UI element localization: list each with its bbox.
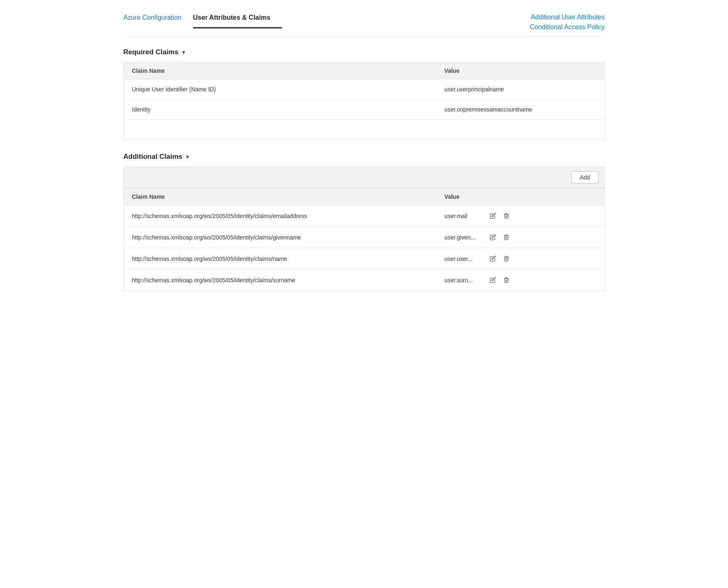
- additional-claim-value-cell: user.mail: [436, 205, 605, 227]
- nav-right-links: Additional User Attributes Conditional A…: [518, 8, 605, 36]
- edit-claim-button[interactable]: [488, 255, 498, 263]
- required-claims-row: Unique User Identifier (Name ID) user.us…: [123, 79, 605, 100]
- additional-claim-value-cell: user.surn...: [436, 270, 605, 291]
- nav-tabs: Azure Configuration User Attributes & Cl…: [123, 8, 605, 37]
- additional-claim-name: http://schemas.xmlsoap.org/ws/2005/05/id…: [123, 248, 436, 270]
- required-claims-row: Identity user.onpremisessamaccountname: [123, 100, 605, 120]
- required-claim-name-header: Claim Name: [123, 63, 436, 79]
- row-actions: [488, 212, 511, 220]
- required-claims-header-row: Claim Name Value: [123, 63, 605, 79]
- delete-claim-button[interactable]: [502, 233, 511, 241]
- additional-claim-name-header: Claim Name: [123, 188, 436, 205]
- additional-claim-value: user.user...: [444, 256, 481, 262]
- required-claims-title: Required Claims: [123, 48, 179, 56]
- additional-claim-value: user.surn...: [444, 277, 481, 284]
- additional-claims-header[interactable]: Additional Claims ▼: [123, 153, 605, 161]
- page-container: Azure Configuration User Attributes & Cl…: [111, 0, 617, 321]
- additional-claims-title: Additional Claims: [123, 153, 183, 161]
- edit-claim-button[interactable]: [488, 276, 498, 284]
- delete-claim-button[interactable]: [502, 276, 511, 284]
- link-conditional-access-policy[interactable]: Conditional Access Policy: [530, 22, 605, 32]
- tab-azure-configuration[interactable]: Azure Configuration: [123, 8, 193, 28]
- delete-claim-button[interactable]: [502, 255, 511, 263]
- row-actions: [488, 255, 511, 263]
- additional-claims-table: Add Claim Name Value http://schemas.xmls…: [123, 167, 605, 291]
- required-claim-name: Identity: [123, 100, 436, 120]
- row-actions: [488, 233, 511, 241]
- additional-claim-name: http://schemas.xmlsoap.org/ws/2005/05/id…: [123, 205, 436, 227]
- delete-claim-button[interactable]: [502, 212, 511, 220]
- additional-value-header: Value: [436, 188, 605, 205]
- additional-claim-value: user.mail: [444, 213, 481, 219]
- link-additional-user-attributes[interactable]: Additional User Attributes: [530, 12, 605, 22]
- additional-claims-chevron: ▼: [185, 154, 190, 160]
- required-claims-table: Claim Name Value Unique User Identifier …: [123, 62, 605, 139]
- required-claims-header[interactable]: Required Claims ▼: [123, 48, 605, 56]
- required-claim-name: Unique User Identifier (Name ID): [123, 79, 436, 100]
- additional-claims-row: http://schemas.xmlsoap.org/ws/2005/05/id…: [123, 227, 605, 248]
- additional-claims-column-headers: Claim Name Value: [123, 188, 605, 205]
- additional-claims-row: http://schemas.xmlsoap.org/ws/2005/05/id…: [123, 270, 605, 291]
- required-claim-value: user.onpremisessamaccountname: [436, 100, 605, 120]
- edit-claim-button[interactable]: [488, 233, 498, 241]
- additional-claim-name: http://schemas.xmlsoap.org/ws/2005/05/id…: [123, 270, 436, 291]
- additional-claim-name: http://schemas.xmlsoap.org/ws/2005/05/id…: [123, 227, 436, 248]
- add-claim-button[interactable]: Add: [571, 171, 599, 184]
- additional-claims-toolbar-row: Add: [123, 167, 605, 188]
- required-value-header: Value: [436, 63, 605, 79]
- additional-claims-row: http://schemas.xmlsoap.org/ws/2005/05/id…: [123, 248, 605, 270]
- required-claims-chevron: ▼: [181, 49, 186, 56]
- additional-claim-value: user.given...: [444, 234, 481, 241]
- empty-row: [123, 120, 605, 139]
- additional-claims-toolbar: Add: [124, 167, 605, 188]
- edit-claim-button[interactable]: [488, 212, 498, 220]
- additional-claim-value-cell: user.user...: [436, 248, 605, 270]
- additional-claims-row: http://schemas.xmlsoap.org/ws/2005/05/id…: [123, 205, 605, 227]
- tab-user-attributes-claims[interactable]: User Attributes & Claims: [193, 8, 282, 28]
- additional-claim-value-cell: user.given...: [436, 227, 605, 248]
- required-claim-value: user.userprincipalname: [436, 79, 605, 100]
- row-actions: [488, 276, 511, 284]
